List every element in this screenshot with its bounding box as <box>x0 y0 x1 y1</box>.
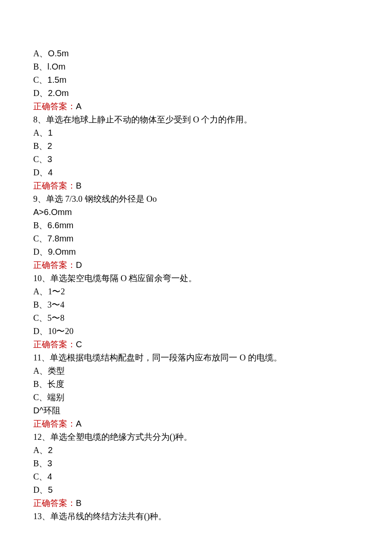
question-number: 11、 <box>33 353 50 362</box>
option-label: B、 <box>33 379 47 389</box>
question-text: 单选全塑电缆的绝缘方式共分为()种。 <box>50 432 192 442</box>
option-text: 类型 <box>48 366 65 375</box>
answer-value: A <box>76 419 81 428</box>
option-line: B、长度 <box>33 378 359 391</box>
option-line: B、3 <box>33 457 359 470</box>
option-line: D、2.Om <box>33 87 359 100</box>
option-text: 1〜2 <box>48 287 65 296</box>
question-stem: 9、单选 7/3.0 钢绞线的外径是 Oo <box>33 192 359 206</box>
option-line: C、3 <box>33 153 359 166</box>
option-line: D、9.Omm <box>33 245 359 259</box>
option-text: l.Om <box>47 62 65 71</box>
option-text: O.5m <box>48 49 69 58</box>
option-label: C、 <box>33 313 47 323</box>
option-line: A、1〜2 <box>33 285 359 298</box>
option-label: A> <box>33 207 44 217</box>
option-label: D^ <box>33 406 43 415</box>
option-text: 2.Om <box>48 88 69 98</box>
option-line: B、2 <box>33 139 359 153</box>
question-text: 单选架空电缆每隔 O 档应留余弯一处。 <box>50 273 197 283</box>
option-label: A、 <box>33 287 48 296</box>
question-stem: 12、单选全塑电缆的绝缘方式共分为()种。 <box>33 430 359 444</box>
option-line: D、5 <box>33 483 359 497</box>
option-text: 2 <box>48 445 52 455</box>
option-line: A、1 <box>33 126 359 139</box>
option-text: 10〜20 <box>48 326 73 336</box>
option-label: B、 <box>33 62 47 71</box>
option-text: 6.6mm <box>47 221 73 230</box>
option-text: 1 <box>48 128 52 137</box>
question-number: 9、 <box>33 194 46 203</box>
question-stem: 8、单选在地球上静止不动的物体至少受到 O 个力的作用。 <box>33 113 359 126</box>
option-label: A、 <box>33 128 48 137</box>
option-text: 3 <box>47 459 52 468</box>
option-text: 环阻 <box>43 406 61 415</box>
question-number: 10、 <box>33 273 50 283</box>
question-stem: 13、单选吊线的终结方法共有()种。 <box>33 510 359 523</box>
question-text: 单选根据电缆结构配盘时，同一段落内应布放同一 O 的电缆。 <box>50 353 282 362</box>
option-text: 5〜8 <box>47 313 64 323</box>
answer-value: C <box>76 340 82 349</box>
option-label: B、 <box>33 300 47 309</box>
answer-label: 正确答案： <box>33 260 76 270</box>
question-stem: 10、单选架空电缆每隔 O 档应留余弯一处。 <box>33 272 359 285</box>
option-label: D、 <box>33 485 48 494</box>
document-page: A、O.5m B、l.Om C、1.5m D、2.Om 正确答案：A 8、单选在… <box>0 0 392 555</box>
option-line: A、2 <box>33 444 359 457</box>
option-text: 4 <box>47 472 52 481</box>
question-number: 13、 <box>33 511 50 521</box>
answer-label: 正确答案： <box>33 419 76 428</box>
answer-value: B <box>76 181 81 190</box>
option-line: C、1.5m <box>33 73 359 87</box>
option-line: A、O.5m <box>33 47 359 60</box>
question-text: 单选在地球上静止不动的物体至少受到 O 个力的作用。 <box>46 115 252 124</box>
option-line: B、l.Om <box>33 60 359 73</box>
answer-line: 正确答案：D <box>33 259 359 272</box>
option-label: A、 <box>33 366 48 375</box>
option-label: A、 <box>33 445 48 455</box>
answer-label: 正确答案： <box>33 340 76 349</box>
option-text: 端别 <box>47 392 64 402</box>
answer-value: B <box>76 498 81 508</box>
option-line: C、4 <box>33 470 359 483</box>
option-label: B、 <box>33 459 47 468</box>
option-line: D^环阻 <box>33 404 359 417</box>
option-label: D、 <box>33 88 48 98</box>
option-line: C、5〜8 <box>33 311 359 325</box>
option-label: D、 <box>33 326 48 336</box>
answer-line: 正确答案：A <box>33 417 359 430</box>
option-line: B、6.6mm <box>33 219 359 232</box>
option-label: C、 <box>33 472 47 481</box>
question-number: 8、 <box>33 115 46 124</box>
option-label: C、 <box>33 392 47 402</box>
answer-line: 正确答案：B <box>33 497 359 510</box>
option-label: A、 <box>33 49 48 58</box>
answer-line: 正确答案：C <box>33 338 359 351</box>
option-label: C、 <box>33 234 47 243</box>
answer-line: 正确答案：B <box>33 179 359 192</box>
option-line: A、类型 <box>33 364 359 378</box>
option-line: A>6.Omm <box>33 206 359 219</box>
question-stem: 11、单选根据电缆结构配盘时，同一段落内应布放同一 O 的电缆。 <box>33 351 359 364</box>
answer-label: 正确答案： <box>33 498 76 508</box>
option-text: 2 <box>47 141 52 151</box>
option-line: C、7.8mm <box>33 232 359 245</box>
option-text: 3 <box>47 154 52 164</box>
option-line: D、10〜20 <box>33 325 359 338</box>
question-text: 单选 7/3.0 钢绞线的外径是 Oo <box>46 194 157 203</box>
answer-label: 正确答案： <box>33 181 76 190</box>
answer-value: D <box>76 260 82 270</box>
option-text: 9.Omm <box>48 247 76 256</box>
question-number: 12、 <box>33 432 50 442</box>
option-line: B、3〜4 <box>33 298 359 311</box>
option-label: B、 <box>33 141 47 151</box>
answer-line: 正确答案：A <box>33 100 359 113</box>
option-label: C、 <box>33 75 47 84</box>
option-text: 4 <box>48 168 52 177</box>
option-text: 1.5m <box>47 75 66 84</box>
option-text: 长度 <box>47 379 64 389</box>
option-text: 7.8mm <box>47 234 73 243</box>
option-text: 5 <box>48 485 52 494</box>
option-label: C、 <box>33 154 47 164</box>
option-text: 3〜4 <box>47 300 64 309</box>
